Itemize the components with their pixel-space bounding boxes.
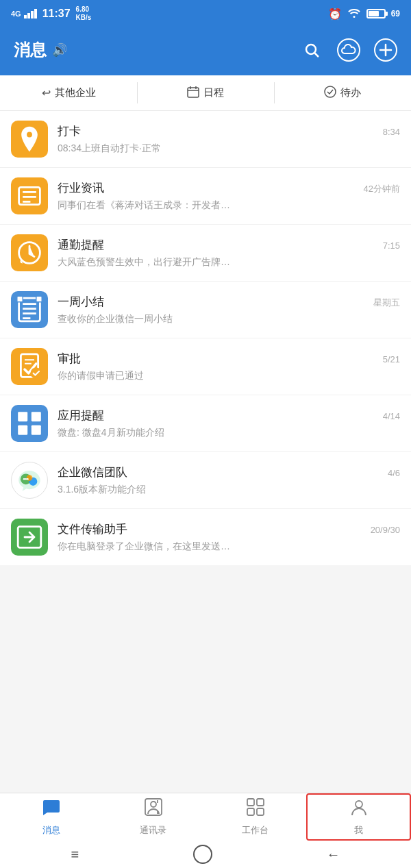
contacts-nav-icon bbox=[144, 797, 163, 821]
message-title-weekly: 一周小结 bbox=[58, 294, 104, 310]
bottom-nav-messages[interactable]: 消息 bbox=[0, 793, 102, 841]
todo-label: 待办 bbox=[340, 86, 361, 99]
bottom-nav-workbench[interactable]: 工作台 bbox=[204, 793, 306, 841]
time: 11:37 bbox=[42, 8, 71, 20]
sub-nav-schedule[interactable]: 日程 bbox=[137, 75, 274, 110]
messages-nav-label: 消息 bbox=[42, 824, 60, 836]
message-item-approve[interactable]: 审批 5/21 你的请假申请已通过 bbox=[0, 338, 411, 395]
app-header: 消息 🔊 bbox=[0, 27, 411, 75]
svg-point-0 bbox=[306, 45, 316, 54]
sub-nav-todo[interactable]: 待办 bbox=[274, 75, 411, 110]
message-content-industry-news: 行业资讯 42分钟前 同事们在看《蒋涛对话王成录：开发者… bbox=[58, 180, 400, 212]
avatar-file-transfer bbox=[11, 519, 48, 556]
messages-nav-icon bbox=[42, 797, 61, 821]
schedule-icon bbox=[187, 86, 199, 101]
message-content-wework-team: 企业微信团队 4/6 3.1.6版本新功能介绍 bbox=[58, 464, 400, 496]
header-icons bbox=[300, 38, 397, 62]
message-content-approve: 审批 5/21 你的请假申请已通过 bbox=[58, 351, 400, 382]
message-time-weekly: 星期五 bbox=[373, 297, 400, 309]
bottom-nav-contacts[interactable]: 通讯录 bbox=[102, 793, 204, 841]
avatar-commute bbox=[11, 234, 48, 271]
message-title-file-transfer: 文件传输助手 bbox=[58, 521, 127, 537]
status-bar: 4G 11:37 6.80KB/s ⏰ 69 bbox=[0, 0, 411, 27]
message-item-industry-news[interactable]: 行业资讯 42分钟前 同事们在看《蒋涛对话王成录：开发者… bbox=[0, 168, 411, 224]
svg-rect-40 bbox=[257, 799, 264, 806]
svg-line-1 bbox=[315, 53, 319, 58]
wifi-icon bbox=[347, 7, 361, 21]
status-left: 4G 11:37 6.80KB/s bbox=[11, 5, 91, 22]
message-item-wework-team[interactable]: 企业微信团队 4/6 3.1.6版本新功能介绍 bbox=[0, 452, 411, 508]
message-preview-approve: 你的请假申请已通过 bbox=[58, 370, 400, 382]
message-title-industry-news: 行业资讯 bbox=[58, 180, 104, 196]
message-item-app-reminder[interactable]: 应用提醒 4/14 微盘: 微盘4月新功能介绍 bbox=[0, 395, 411, 451]
header-title: 消息 🔊 bbox=[14, 39, 67, 61]
svg-rect-41 bbox=[247, 808, 254, 815]
me-nav-icon bbox=[349, 797, 369, 821]
message-item-punch[interactable]: 打卡 8:34 08:34上班自动打卡·正常 bbox=[0, 111, 411, 167]
search-button[interactable] bbox=[300, 38, 323, 62]
message-preview-industry-news: 同事们在看《蒋涛对话王成录：开发者… bbox=[58, 199, 400, 212]
speed: 6.80KB/s bbox=[76, 5, 92, 22]
battery-icon bbox=[366, 9, 386, 18]
message-title-approve: 审批 bbox=[58, 351, 81, 367]
message-time-industry-news: 42分钟前 bbox=[364, 183, 400, 195]
back-gesture-btn[interactable]: ← bbox=[327, 847, 340, 863]
avatar-weekly bbox=[11, 291, 48, 328]
message-title-app-reminder: 应用提醒 bbox=[58, 408, 104, 423]
message-time-punch: 8:34 bbox=[383, 127, 400, 137]
page-title: 消息 bbox=[14, 39, 47, 61]
svg-point-33 bbox=[27, 478, 29, 480]
sub-nav: ↩ 其他企业 日程 待办 bbox=[0, 75, 411, 111]
me-nav-label: 我 bbox=[354, 824, 363, 836]
svg-point-31 bbox=[23, 478, 25, 480]
clock-icon: ⏰ bbox=[328, 8, 342, 21]
svg-rect-39 bbox=[247, 799, 254, 806]
message-item-file-transfer[interactable]: 文件传输助手 20/9/30 你在电脑登录了企业微信，在这里发送… bbox=[0, 509, 411, 565]
hearing-icon: 🔊 bbox=[52, 42, 67, 58]
message-time-app-reminder: 4/14 bbox=[383, 411, 400, 421]
svg-rect-17 bbox=[17, 296, 23, 301]
message-list: 打卡 8:34 08:34上班自动打卡·正常 行业资讯 42分钟前 同事们在看《… bbox=[0, 111, 411, 565]
message-preview-file-transfer: 你在电脑登录了企业微信，在这里发送… bbox=[58, 541, 400, 553]
home-gesture-btn[interactable] bbox=[193, 845, 212, 864]
schedule-label: 日程 bbox=[203, 86, 224, 99]
message-title-commute: 通勤提醒 bbox=[58, 237, 104, 253]
message-title-wework-team: 企业微信团队 bbox=[58, 464, 127, 480]
svg-rect-42 bbox=[257, 808, 264, 815]
avatar-app-reminder bbox=[11, 405, 48, 442]
avatar-wework-team bbox=[11, 462, 48, 499]
message-time-approve: 5/21 bbox=[383, 354, 400, 364]
message-content-app-reminder: 应用提醒 4/14 微盘: 微盘4月新功能介绍 bbox=[58, 408, 400, 439]
menu-gesture-btn[interactable]: ≡ bbox=[71, 847, 79, 863]
svg-point-30 bbox=[27, 475, 33, 481]
avatar-industry-news bbox=[11, 177, 48, 214]
gesture-bar: ≡ ← bbox=[0, 841, 411, 868]
signal-bars bbox=[24, 9, 37, 18]
avatar-punch bbox=[11, 121, 48, 158]
sub-nav-other-company[interactable]: ↩ 其他企业 bbox=[0, 75, 137, 110]
bottom-nav: 消息 通讯录 工作台 bbox=[0, 793, 411, 841]
bottom-nav-me[interactable]: 我 bbox=[306, 793, 411, 841]
svg-rect-23 bbox=[18, 412, 27, 421]
other-company-label: 其他企业 bbox=[55, 86, 96, 99]
svg-point-32 bbox=[25, 478, 27, 480]
message-preview-weekly: 查收你的企业微信一周小结 bbox=[58, 313, 400, 325]
workbench-nav-label: 工作台 bbox=[242, 824, 269, 836]
cloud-button[interactable] bbox=[337, 38, 360, 62]
message-preview-app-reminder: 微盘: 微盘4月新功能介绍 bbox=[58, 427, 400, 439]
other-company-icon: ↩ bbox=[42, 86, 51, 99]
message-content-punch: 打卡 8:34 08:34上班自动打卡·正常 bbox=[58, 123, 400, 155]
add-button[interactable] bbox=[374, 38, 397, 62]
message-time-commute: 7:15 bbox=[383, 240, 400, 251]
svg-point-43 bbox=[356, 801, 362, 808]
message-preview-commute: 大风蓝色预警生效中，出行避开广告牌… bbox=[58, 256, 400, 269]
message-item-commute[interactable]: 通勤提醒 7:15 大风蓝色预警生效中，出行避开广告牌… bbox=[0, 225, 411, 281]
svg-point-6 bbox=[325, 86, 336, 97]
message-item-weekly[interactable]: 一周小结 星期五 查收你的企业微信一周小结 bbox=[0, 282, 411, 338]
message-time-file-transfer: 20/9/30 bbox=[371, 525, 400, 535]
message-content-weekly: 一周小结 星期五 查收你的企业微信一周小结 bbox=[58, 294, 400, 325]
message-time-wework-team: 4/6 bbox=[388, 468, 400, 478]
status-right: ⏰ 69 bbox=[328, 7, 400, 21]
workbench-nav-icon bbox=[246, 797, 265, 821]
message-preview-punch: 08:34上班自动打卡·正常 bbox=[58, 142, 400, 155]
